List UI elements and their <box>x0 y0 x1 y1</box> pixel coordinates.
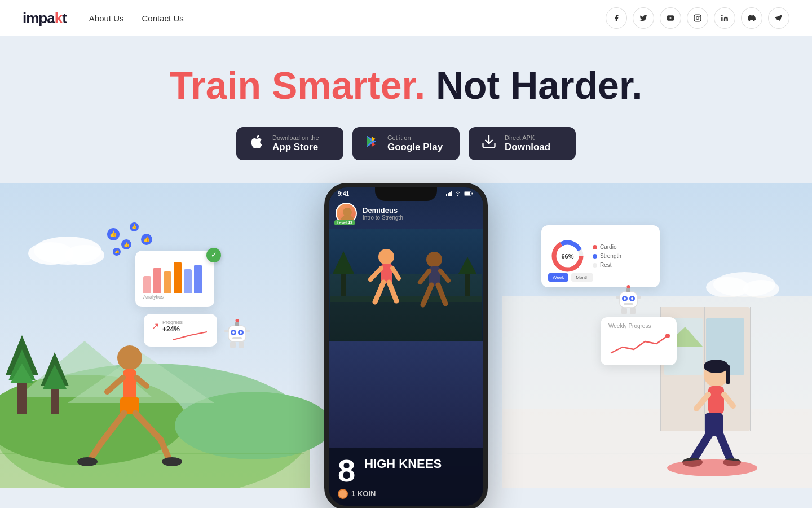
logo: impakt <box>23 10 67 27</box>
koin-coin <box>338 489 348 499</box>
google-play-button[interactable]: Get it on Google Play <box>352 127 460 160</box>
direct-apk-text: Direct APK Download <box>505 134 550 154</box>
youtube-icon[interactable] <box>660 7 681 29</box>
svg-point-118 <box>426 252 442 268</box>
svg-rect-65 <box>230 341 236 348</box>
twitter-icon[interactable] <box>633 7 654 29</box>
chart-card: Analytics <box>135 251 214 307</box>
svg-point-13 <box>743 280 779 298</box>
svg-line-52 <box>161 440 169 459</box>
svg-rect-60 <box>232 337 242 339</box>
instagram-icon[interactable] <box>687 7 708 29</box>
direct-apk-button[interactable]: Direct APK Download <box>469 127 576 160</box>
google-play-sub: Get it on <box>387 134 443 142</box>
svg-rect-4 <box>721 17 722 21</box>
app-store-button[interactable]: Download on the App Store <box>236 127 343 160</box>
linkedin-icon[interactable] <box>714 7 735 29</box>
svg-rect-83 <box>630 308 636 314</box>
telegram-icon[interactable] <box>768 7 789 29</box>
apple-icon <box>249 134 264 154</box>
phone-workout-scene <box>329 229 483 341</box>
check-badge: ✓ <box>206 248 221 262</box>
right-card-2: Weekly Progress <box>601 317 677 365</box>
svg-rect-86 <box>726 365 730 384</box>
phone-avatar: Level 43 <box>336 203 357 224</box>
phone-screen: 9:41 Level 43 Demideus Intro to Str <box>329 187 483 506</box>
svg-point-62 <box>236 319 239 322</box>
svg-point-112 <box>378 249 394 265</box>
svg-point-54 <box>162 457 182 466</box>
svg-point-85 <box>704 360 729 373</box>
svg-line-50 <box>90 443 102 459</box>
svg-rect-66 <box>239 341 244 348</box>
phone-user-info: Demideus Intro to Strength <box>363 206 403 221</box>
discord-icon[interactable] <box>741 7 762 29</box>
facebook-icon[interactable] <box>606 7 627 29</box>
trend-card: ↗ Progress +24% <box>144 314 217 347</box>
svg-rect-63 <box>224 330 229 332</box>
google-play-text: Get it on Google Play <box>387 134 443 154</box>
phone-time: 9:41 <box>338 191 349 197</box>
hero-title: Train Smarter. Not Harder. <box>170 64 643 107</box>
right-card-1: 66% Cardio Strength Rest Week Month <box>541 225 660 287</box>
svg-rect-98 <box>449 192 451 196</box>
app-store-main: App Store <box>272 142 319 153</box>
svg-text:66%: 66% <box>561 253 573 260</box>
nav-about-us[interactable]: About Us <box>89 14 124 23</box>
phone-user-name: Demideus <box>363 206 403 214</box>
svg-line-88 <box>696 395 708 409</box>
svg-point-100 <box>457 195 458 196</box>
svg-line-92 <box>720 434 730 459</box>
app-store-sub: Download on the <box>272 134 319 142</box>
right-card-buttons: Week Month <box>548 273 593 282</box>
nav-contact-us[interactable]: Contact Us <box>142 14 184 23</box>
svg-marker-109 <box>333 251 354 274</box>
svg-point-59 <box>240 331 242 334</box>
svg-point-53 <box>77 457 98 466</box>
svg-rect-102 <box>465 192 470 195</box>
svg-point-76 <box>631 297 633 300</box>
phone-mockup: 9:41 Level 43 Demideus Intro to Str <box>324 183 488 508</box>
svg-marker-111 <box>458 257 476 274</box>
right-card-2-label: Weekly Progress <box>608 323 669 329</box>
svg-line-91 <box>694 434 709 459</box>
svg-point-44 <box>117 345 142 370</box>
svg-rect-1 <box>694 15 701 21</box>
phone-exercise-info: 8 HIGH KNEES 1 KOIN <box>329 448 483 506</box>
right-card-2-chart <box>608 331 670 357</box>
svg-point-5 <box>721 15 722 16</box>
google-play-main: Google Play <box>387 142 443 153</box>
svg-point-58 <box>232 331 235 334</box>
level-badge: Level 43 <box>334 220 355 225</box>
svg-rect-64 <box>245 330 250 332</box>
google-play-icon <box>365 134 379 153</box>
phone-header: Level 43 Demideus Intro to Strength <box>329 198 483 229</box>
mini-chart <box>143 256 206 293</box>
direct-apk-sub: Direct APK <box>505 134 550 142</box>
exercise-name: HIGH KNEES <box>364 457 442 471</box>
svg-point-10 <box>65 245 104 265</box>
svg-point-2 <box>696 17 699 20</box>
navbar-left: impakt About Us Contact Us <box>23 10 184 27</box>
svg-point-79 <box>627 285 630 288</box>
svg-point-3 <box>699 16 700 17</box>
svg-line-46 <box>107 378 123 392</box>
download-buttons: Download on the App Store Get it on Goog… <box>236 127 576 160</box>
svg-line-89 <box>724 395 733 406</box>
svg-rect-81 <box>637 296 641 299</box>
exercise-number: 8 <box>338 455 355 487</box>
svg-rect-87 <box>708 386 724 414</box>
svg-rect-106 <box>330 296 482 341</box>
navbar: impakt About Us Contact Us <box>0 0 812 36</box>
trend-sparkline <box>173 331 213 342</box>
svg-point-95 <box>667 459 757 476</box>
svg-rect-103 <box>472 193 473 195</box>
svg-rect-45 <box>123 369 136 400</box>
svg-line-47 <box>136 378 147 386</box>
phone-user-course: Intro to Strength <box>363 214 403 221</box>
donut-chart: 66% <box>549 238 586 274</box>
hero-section: Train Smarter. Not Harder. Download on t… <box>0 36 812 183</box>
svg-rect-61 <box>235 322 239 326</box>
chart-label: Analytics <box>143 294 206 300</box>
svg-point-71 <box>665 334 670 338</box>
